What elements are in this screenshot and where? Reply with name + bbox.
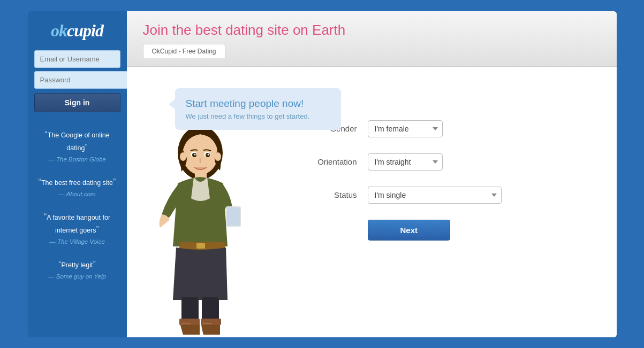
login-area: ? Sign in (28, 50, 127, 123)
quote-item-3: A favorite hangout for internet goers — … (35, 211, 119, 246)
next-row: Next (304, 220, 579, 241)
status-label: Status (304, 190, 357, 199)
main-header: Join the best dating site on Earth OkCup… (127, 11, 617, 67)
page-title: Join the best dating site on Earth (143, 22, 601, 38)
signin-button[interactable]: Sign in (34, 93, 120, 112)
quote-text-2: The best free dating site (39, 179, 116, 187)
bubble-title: Start meeting people now! (186, 98, 330, 110)
tab-bar: OkCupid - Free Dating (143, 44, 601, 58)
main-body: Start meeting people now! We just need a… (127, 67, 617, 337)
bubble-subtitle: We just need a few things to get started… (186, 112, 330, 120)
quote-source-1: — The Boston Globe (35, 155, 119, 164)
quote-item-4: Pretty legit — Some guy on Yelp (35, 258, 119, 281)
status-row: Status I'm single I'm seeing someone I'm… (304, 187, 579, 204)
orientation-label: Orientation (304, 157, 357, 166)
svg-rect-14 (227, 207, 240, 226)
password-row: ? (34, 71, 120, 89)
quotes-area: The Google of online dating — The Boston… (28, 123, 127, 337)
character-area: Start meeting people now! We just need a… (143, 78, 261, 327)
gender-row: Gender I'm female I'm male (304, 120, 579, 137)
status-select[interactable]: I'm single I'm seeing someone I'm marrie… (368, 187, 502, 204)
quote-text-4: Pretty legit (58, 261, 96, 269)
logo: okcupid (33, 21, 122, 41)
quote-item-2: The best free dating site — About.com (35, 176, 119, 199)
orientation-row: Orientation I'm straight I'm gay I'm bis… (304, 153, 579, 171)
quote-item-1: The Google of online dating — The Boston… (35, 128, 119, 164)
svg-point-3 (215, 152, 221, 161)
main-content: Join the best dating site on Earth OkCup… (127, 11, 617, 337)
speech-bubble: Start meeting people now! We just need a… (175, 88, 341, 130)
orientation-select[interactable]: I'm straight I'm gay I'm bisexual (368, 153, 443, 171)
svg-point-9 (207, 153, 209, 155)
quote-source-4: — Some guy on Yelp (35, 272, 119, 281)
quote-text-3: A favorite hangout for internet goers (44, 214, 110, 234)
quote-text-1: The Google of online dating (44, 132, 109, 152)
quote-source-3: — The Village Voice (35, 237, 119, 246)
svg-point-2 (180, 152, 186, 161)
tab-free-dating[interactable]: OkCupid - Free Dating (143, 44, 225, 58)
gender-select[interactable]: I'm female I'm male (368, 120, 443, 137)
svg-point-8 (194, 153, 195, 155)
logo-area: okcupid (28, 11, 127, 50)
next-button[interactable]: Next (368, 220, 451, 241)
password-input[interactable] (34, 71, 136, 89)
email-input[interactable] (34, 50, 120, 68)
character-illustration (148, 107, 253, 337)
quote-source-2: — About.com (35, 190, 119, 199)
svg-rect-12 (196, 243, 205, 249)
sidebar: okcupid ? Sign in The Google of online d… (28, 11, 127, 337)
